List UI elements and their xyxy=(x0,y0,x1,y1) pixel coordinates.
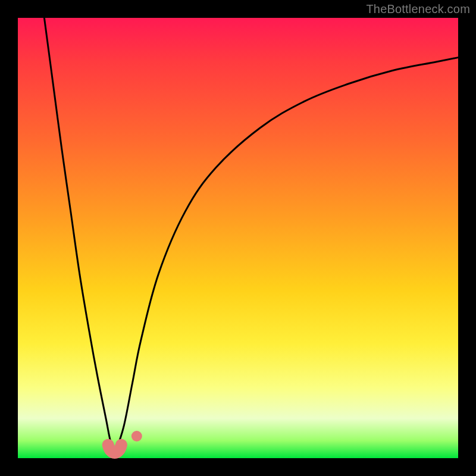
marker-dot xyxy=(131,431,142,441)
curves-svg xyxy=(18,18,458,458)
watermark-text: TheBottleneck.com xyxy=(366,2,470,16)
curve-right-branch xyxy=(115,58,458,454)
chart-frame: TheBottleneck.com xyxy=(0,0,476,476)
plot-area xyxy=(18,18,458,458)
curve-left-branch xyxy=(44,18,114,454)
marker-blob xyxy=(108,445,121,453)
